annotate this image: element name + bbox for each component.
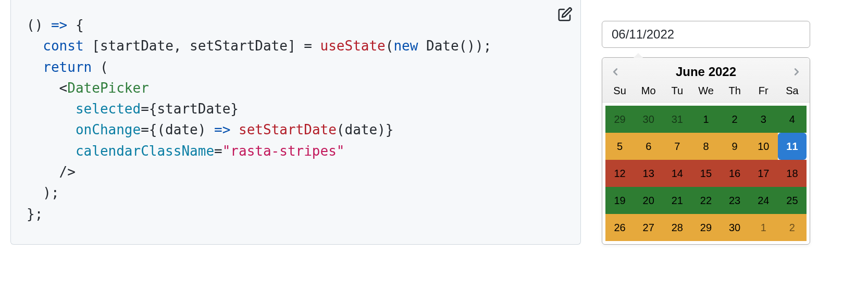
chevron-left-icon [610,66,621,78]
calendar-day[interactable]: 4 [778,106,807,133]
calendar-popover: June 2022 SuMoTuWeThFrSa 293031123456789… [602,57,810,245]
calendar-day[interactable]: 7 [663,133,691,160]
day-of-week-row: SuMoTuWeThFrSa [602,84,810,102]
date-input[interactable] [602,21,810,48]
calendar-day[interactable]: 29 [605,106,634,133]
chevron-right-icon [791,66,802,78]
calendar-day[interactable]: 22 [691,187,720,214]
calendar-week: 2930311234 [605,106,807,133]
calendar-day[interactable]: 24 [749,187,778,214]
code-panel: () => { const [startDate, setStartDate] … [10,0,581,245]
calendar-day[interactable]: 1 [749,214,778,241]
datepicker-preview: June 2022 SuMoTuWeThFrSa 293031123456789… [602,0,810,245]
code-block: () => { const [startDate, setStartDate] … [27,15,565,224]
calendar-day[interactable]: 16 [721,160,749,187]
dow-label: Fr [749,85,778,97]
calendar-week: 12131415161718 [605,160,807,187]
calendar-day[interactable]: 20 [634,187,663,214]
calendar-day[interactable]: 13 [634,160,663,187]
dow-label: We [691,85,720,97]
calendar-day[interactable]: 19 [605,187,634,214]
calendar-title: June 2022 [676,65,736,79]
calendar-day[interactable]: 29 [691,214,720,241]
calendar-body: 2930311234567891011121314151617181920212… [602,103,810,244]
calendar-week: 19202122232425 [605,187,807,214]
calendar-day[interactable]: 2 [721,106,749,133]
dow-label: Th [721,85,749,97]
calendar-day[interactable]: 30 [721,214,749,241]
calendar-day[interactable]: 25 [778,187,807,214]
calendar-day[interactable]: 15 [691,160,720,187]
calendar-day[interactable]: 3 [749,106,778,133]
calendar-day[interactable]: 5 [605,133,634,160]
dow-label: Tu [663,85,691,97]
calendar-day[interactable]: 21 [663,187,691,214]
calendar-day[interactable]: 30 [634,106,663,133]
dow-label: Sa [778,85,807,97]
calendar-day[interactable]: 26 [605,214,634,241]
edit-code-button[interactable] [556,6,573,23]
calendar-header: June 2022 SuMoTuWeThFrSa [602,58,810,103]
calendar-day[interactable]: 17 [749,160,778,187]
dow-label: Su [605,85,634,97]
calendar-day[interactable]: 2 [778,214,807,241]
calendar-day[interactable]: 14 [663,160,691,187]
calendar-day[interactable]: 10 [749,133,778,160]
calendar-day[interactable]: 6 [634,133,663,160]
calendar-day[interactable]: 8 [691,133,720,160]
calendar-week: 262728293012 [605,214,807,241]
calendar-day[interactable]: 18 [778,160,807,187]
calendar-day[interactable]: 31 [663,106,691,133]
edit-icon [557,7,573,22]
next-month-button[interactable] [788,63,805,81]
popover-arrow [634,53,643,58]
calendar-day[interactable]: 23 [721,187,749,214]
calendar-day[interactable]: 28 [663,214,691,241]
dow-label: Mo [634,85,663,97]
calendar-day[interactable]: 9 [721,133,749,160]
calendar-day[interactable]: 1 [691,106,720,133]
prev-month-button[interactable] [606,63,624,81]
calendar-day[interactable]: 12 [605,160,634,187]
calendar-day[interactable]: 27 [634,214,663,241]
calendar-week: 567891011 [605,133,807,160]
calendar-day[interactable]: 11 [778,133,807,160]
